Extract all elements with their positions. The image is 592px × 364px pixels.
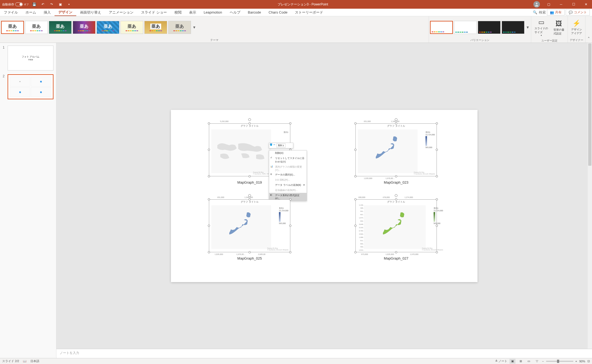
theme-thumb-8[interactable]: 亜あ bbox=[168, 21, 191, 34]
resize-handle[interactable] bbox=[289, 122, 291, 124]
format-background-button[interactable]: 🖼 背景の書 式設定 bbox=[551, 19, 566, 37]
undo-icon[interactable]: ↶ bbox=[40, 1, 46, 8]
spell-check-icon[interactable]: 📖 bbox=[23, 359, 27, 363]
sorter-view-icon[interactable]: ⊞ bbox=[518, 359, 524, 364]
theme-thumb-4[interactable]: 亜あ bbox=[73, 21, 96, 34]
theme-thumb-5[interactable]: 亜あ bbox=[97, 21, 119, 34]
scrollbar-thumb[interactable] bbox=[588, 43, 591, 166]
slideshow-view-icon[interactable]: ▽ bbox=[534, 359, 540, 364]
chart-object-4[interactable]: 600,000 678,000 1,274,000 グラフ タイトル 1,136… bbox=[355, 199, 437, 252]
resize-handle[interactable] bbox=[249, 122, 251, 124]
tab-file[interactable]: ファイル bbox=[0, 9, 22, 16]
series-dropdown[interactable]: 系列 1 bbox=[276, 143, 285, 148]
tab-transitions[interactable]: 画面切り替え bbox=[76, 9, 105, 16]
notes-toggle[interactable]: ≜ ノート bbox=[495, 359, 507, 363]
resize-handle[interactable] bbox=[354, 251, 357, 253]
variant-thumb-3[interactable] bbox=[478, 21, 501, 34]
resize-handle[interactable] bbox=[249, 198, 251, 200]
variant-thumb-1[interactable] bbox=[430, 21, 453, 34]
resize-handle[interactable] bbox=[249, 251, 251, 253]
slide-size-button[interactable]: ▭ スライドの サイズ ▾ bbox=[532, 17, 550, 38]
resize-handle[interactable] bbox=[354, 198, 357, 200]
resize-handle[interactable] bbox=[436, 198, 438, 200]
outline-icon[interactable]: ✏ bbox=[273, 143, 275, 148]
tab-insert[interactable]: 挿入 bbox=[40, 9, 55, 16]
autosave-toggle[interactable] bbox=[15, 2, 23, 6]
resize-handle[interactable] bbox=[395, 198, 397, 200]
variations-more-icon[interactable]: ▾ bbox=[526, 24, 530, 31]
collapse-ribbon-icon[interactable]: ˄ bbox=[585, 35, 592, 43]
comments-button[interactable]: 💬 コメント bbox=[566, 9, 590, 15]
theme-thumb-2[interactable]: 亜あ bbox=[25, 21, 48, 34]
theme-thumb-6[interactable]: 亜あ bbox=[120, 21, 143, 34]
reading-view-icon[interactable]: ▭ bbox=[526, 359, 532, 364]
theme-thumb-3[interactable]: 亜あ bbox=[49, 21, 72, 34]
resize-handle[interactable] bbox=[289, 251, 291, 253]
context-menu-delete[interactable]: 削除(D) bbox=[269, 151, 307, 156]
context-menu-select-data[interactable]: ⊞データの選択(E)... bbox=[269, 172, 307, 177]
user-avatar[interactable] bbox=[533, 1, 540, 8]
context-menu-reset[interactable]: ↺リセットしてスタイルに合わせる(A) bbox=[269, 156, 307, 164]
tab-leapmotion[interactable]: Leapmotion bbox=[200, 9, 226, 16]
variant-thumb-4[interactable] bbox=[502, 21, 524, 34]
chart-object-2[interactable]: 651,000 1,348,000 グラフ タイトル 系列1 13,724,00… bbox=[355, 123, 437, 176]
tab-animations[interactable]: アニメーション bbox=[105, 9, 137, 16]
rotation-handle[interactable] bbox=[395, 194, 397, 197]
close-icon[interactable]: ✕ bbox=[580, 0, 592, 9]
zoom-thumb[interactable] bbox=[557, 360, 559, 363]
start-slideshow-icon[interactable]: ▣ bbox=[57, 1, 63, 8]
resize-handle[interactable] bbox=[208, 198, 210, 200]
zoom-in-icon[interactable]: + bbox=[575, 360, 577, 363]
resize-handle[interactable] bbox=[354, 175, 357, 177]
resize-handle[interactable] bbox=[289, 198, 291, 200]
resize-handle[interactable] bbox=[354, 122, 357, 124]
tab-review[interactable]: 校閲 bbox=[171, 9, 185, 16]
resize-handle[interactable] bbox=[395, 251, 397, 253]
chart-object-3[interactable]: 651,000 1,348,000 グラフ タイトル 系列1 13,724,00… bbox=[209, 199, 290, 252]
chart-object-1[interactable]: 5,292,000 グラフ タイトル 系列1 Powered By Bing ©… bbox=[209, 123, 290, 176]
tab-slideshow[interactable]: スライド ショー bbox=[137, 9, 171, 16]
slide-thumbnail-2[interactable]: 🗺 🗾 🗾 🗾 bbox=[8, 74, 53, 99]
autosave-toggle-group[interactable]: 自動保存 オフ bbox=[2, 2, 29, 7]
slide-canvas[interactable]: 5,292,000 グラフ タイトル 系列1 Powered By Bing ©… bbox=[171, 110, 478, 282]
qat-dropdown-icon[interactable]: ▾ bbox=[66, 1, 72, 8]
themes-more-icon[interactable]: ▾ bbox=[192, 24, 196, 31]
language-indicator[interactable]: 日本語 bbox=[30, 359, 39, 363]
slide-counter[interactable]: スライド 2/2 bbox=[2, 359, 19, 363]
zoom-slider[interactable] bbox=[546, 361, 573, 362]
tab-design[interactable]: デザイン bbox=[55, 9, 76, 16]
resize-handle[interactable] bbox=[208, 251, 210, 253]
tab-storyboard[interactable]: ストーリーボード bbox=[291, 9, 327, 16]
rotation-handle[interactable] bbox=[248, 118, 251, 121]
redo-icon[interactable]: ↷ bbox=[48, 1, 55, 8]
theme-thumb-7[interactable]: 亜あ bbox=[144, 21, 167, 34]
tab-view[interactable]: 表示 bbox=[185, 9, 200, 16]
tab-home[interactable]: ホーム bbox=[22, 9, 40, 16]
share-button[interactable]: 👥 共有 bbox=[547, 9, 565, 15]
save-icon[interactable]: 💾 bbox=[31, 1, 37, 8]
tab-barcode[interactable]: Barcode bbox=[244, 9, 265, 16]
tab-help[interactable]: ヘルプ bbox=[226, 9, 244, 16]
zoom-level[interactable]: 90% bbox=[579, 360, 585, 363]
design-ideas-button[interactable]: ⚡ デザイン アイデア bbox=[569, 18, 584, 36]
fill-color-icon[interactable]: 🪣 bbox=[270, 143, 272, 148]
tab-charscode[interactable]: Chars Code bbox=[265, 9, 291, 16]
variant-thumb-2[interactable] bbox=[454, 21, 477, 34]
zoom-out-icon[interactable]: − bbox=[542, 360, 544, 363]
minimize-icon[interactable]: ─ bbox=[555, 0, 567, 9]
resize-handle[interactable] bbox=[436, 251, 438, 253]
maximize-icon[interactable]: ☐ bbox=[568, 0, 580, 9]
resize-handle[interactable] bbox=[395, 175, 397, 177]
ribbon-display-options-icon[interactable]: ▢ bbox=[543, 0, 555, 9]
resize-handle[interactable] bbox=[208, 122, 210, 124]
slide-thumbnail-1[interactable]: フォト アルバム 作成者 bbox=[8, 46, 53, 71]
fit-to-window-icon[interactable]: ⊡ bbox=[587, 359, 590, 363]
resize-handle[interactable] bbox=[436, 175, 438, 177]
resize-handle[interactable] bbox=[395, 122, 397, 124]
search-box[interactable]: 🔍 検索 bbox=[533, 10, 546, 15]
resize-handle[interactable] bbox=[208, 175, 210, 177]
resize-handle[interactable] bbox=[436, 122, 438, 124]
vertical-scrollbar[interactable] bbox=[588, 43, 592, 349]
theme-thumb-1[interactable]: 亜あ bbox=[1, 21, 24, 34]
normal-view-icon[interactable]: ▣ bbox=[510, 359, 515, 364]
